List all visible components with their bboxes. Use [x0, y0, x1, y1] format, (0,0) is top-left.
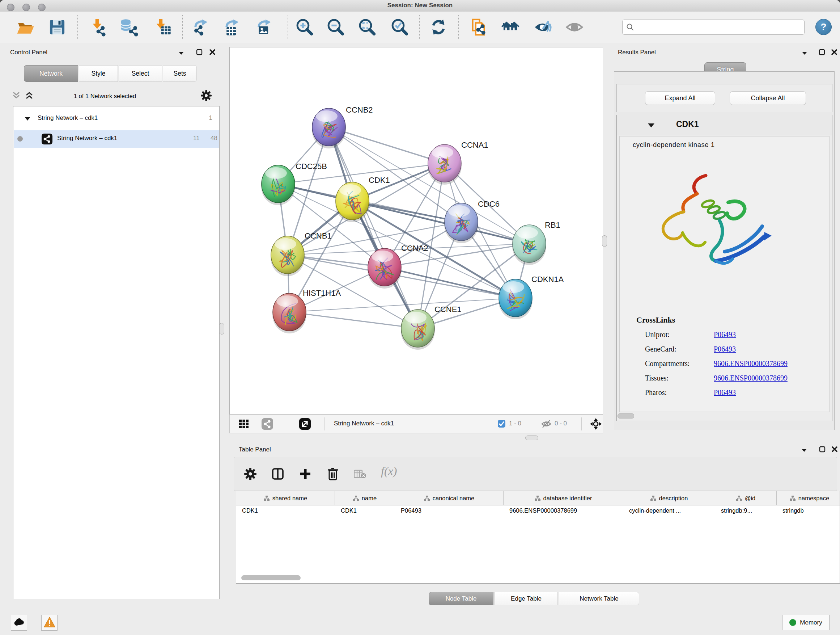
memory-button[interactable]: Memory — [782, 615, 829, 630]
tree-collapse-arrow-icon[interactable] — [24, 116, 31, 122]
column-header-name[interactable]: name — [335, 491, 395, 505]
node-CCNE1[interactable] — [401, 310, 435, 350]
search-input[interactable] — [637, 24, 801, 31]
show-all-button[interactable] — [564, 17, 585, 38]
column-header-namespace[interactable]: namespace — [777, 491, 840, 505]
import-network-from-database-button[interactable] — [118, 17, 140, 38]
zoom-in-button[interactable] — [294, 17, 315, 38]
detach-view-icon[interactable] — [298, 418, 311, 430]
table-cell[interactable]: CDK1 — [341, 507, 357, 514]
tab-sets[interactable]: Sets — [163, 65, 197, 82]
import-network-from-file-button[interactable] — [88, 17, 109, 38]
search-box[interactable] — [622, 19, 805, 35]
tab-network[interactable]: Network — [24, 65, 78, 82]
results-panel-close-icon[interactable] — [829, 49, 839, 57]
cloud-status-button[interactable] — [11, 615, 27, 631]
node-HIST1H1A[interactable] — [272, 293, 306, 333]
table-panel-close-icon[interactable] — [830, 446, 839, 454]
column-header--id[interactable]: @id — [715, 491, 777, 505]
tab-node-table[interactable]: Node Table — [429, 592, 493, 605]
node-table[interactable]: shared namenamecanonical namedatabase id… — [236, 491, 840, 584]
protein-collapse-arrow-icon[interactable] — [647, 122, 655, 128]
horizontal-splitter-handle[interactable] — [525, 435, 538, 440]
control-panel-close-icon[interactable] — [208, 49, 217, 57]
table-cell[interactable]: 9606.ENSP00000378699 — [509, 507, 577, 514]
task-warning-button[interactable] — [41, 615, 57, 631]
tab-select[interactable]: Select — [118, 65, 162, 82]
collapse-all-button[interactable]: Collapse All — [729, 91, 806, 105]
results-hscrollbar-thumb[interactable] — [617, 413, 634, 418]
table-hscrollbar-thumb[interactable] — [241, 575, 301, 580]
collapse-all-tree-icon[interactable] — [11, 91, 21, 99]
network-view-mode-icon[interactable] — [261, 418, 274, 430]
node-RB1[interactable] — [512, 225, 546, 265]
crosslink-value-link[interactable]: P06493 — [714, 388, 736, 397]
selected-checkbox-icon[interactable] — [497, 420, 506, 428]
column-header-description[interactable]: description — [623, 491, 715, 505]
left-splitter-handle[interactable] — [219, 323, 224, 334]
function-builder-icon[interactable]: f(x) — [381, 464, 397, 478]
crosslink-value-link[interactable]: 9606.ENSP00000378699 — [714, 359, 788, 368]
open-session-button[interactable] — [14, 17, 36, 38]
network-tree-selected-row[interactable]: String Network – cdk1 11 48 — [14, 130, 219, 148]
table-cell[interactable]: stringdb:9... — [721, 507, 752, 514]
expand-all-button[interactable]: Expand All — [645, 91, 715, 105]
tab-style[interactable]: Style — [79, 65, 118, 82]
crosslink-value-link[interactable]: P06493 — [714, 331, 736, 339]
crosslink-value-link[interactable]: 9606.ENSP00000378699 — [714, 374, 788, 382]
node-CCNA2[interactable] — [368, 249, 401, 288]
zoom-fit-button[interactable] — [356, 17, 378, 38]
grid-mode-icon[interactable] — [238, 419, 249, 429]
node-CCNB2[interactable] — [312, 108, 346, 149]
crosslink-value-link[interactable]: P06493 — [714, 345, 736, 353]
first-neighbors-button[interactable] — [500, 17, 522, 38]
zoom-selected-button[interactable] — [388, 17, 410, 38]
node-CDK1[interactable] — [335, 182, 369, 222]
create-column-plus-icon[interactable] — [298, 467, 312, 481]
column-header-canonical-name[interactable]: canonical name — [395, 491, 504, 505]
right-splitter-handle[interactable] — [602, 235, 607, 247]
table-panel-float-icon[interactable] — [818, 446, 827, 454]
new-network-from-selection-button[interactable] — [467, 17, 489, 38]
delete-column-trash-icon[interactable] — [326, 467, 340, 481]
tab-network-table[interactable]: Network Table — [559, 592, 639, 605]
show-columns-icon[interactable] — [271, 467, 285, 481]
network-canvas[interactable]: CCNB2CCNA1CDC25BCDK1CDC6RB1CCNB1CCNA2CDK… — [229, 47, 603, 415]
edge-HIST1H1A-CCNE1[interactable] — [289, 312, 418, 328]
table-panel-menu-icon[interactable] — [799, 447, 809, 454]
network-options-gear-icon[interactable] — [201, 90, 212, 101]
table-cell[interactable]: cyclin-dependent ... — [629, 507, 681, 514]
expand-all-tree-icon[interactable] — [25, 91, 34, 99]
results-panel-menu-icon[interactable] — [800, 49, 809, 57]
hide-selected-button[interactable] — [532, 17, 554, 38]
network-tree-root-row[interactable]: String Network – cdk1 1 — [14, 111, 219, 127]
edge-CCNB2-CCNE1[interactable] — [329, 127, 418, 328]
results-panel-float-icon[interactable] — [817, 49, 827, 57]
edge-CCNA2-CDKN1A[interactable] — [385, 267, 515, 298]
node-CCNB1[interactable] — [271, 236, 305, 276]
node-CDKN1A[interactable] — [499, 279, 532, 319]
help-button[interactable]: ? — [815, 19, 832, 35]
delete-table-icon[interactable] — [354, 470, 366, 480]
export-network-button[interactable] — [189, 17, 210, 38]
table-cell[interactable]: P06493 — [401, 507, 422, 514]
column-header-database-identifier[interactable]: database identifier — [504, 491, 623, 505]
column-header-shared-name[interactable]: shared name — [236, 491, 335, 505]
protein-card-header[interactable]: CDK1 — [617, 115, 832, 135]
save-session-button[interactable] — [46, 17, 68, 38]
export-image-button[interactable] — [252, 17, 274, 38]
edge-CDC25B-CDC6[interactable] — [278, 184, 461, 222]
apply-layout-button[interactable] — [428, 17, 449, 38]
node-CDC25B[interactable] — [261, 165, 295, 205]
control-panel-menu-icon[interactable] — [177, 49, 186, 57]
birdseye-navigator-icon[interactable] — [589, 418, 602, 430]
tab-edge-table[interactable]: Edge Table — [494, 592, 558, 605]
edge-CCNB2-CCNA1[interactable] — [329, 127, 445, 163]
export-table-button[interactable] — [220, 17, 242, 38]
table-cell[interactable]: CDK1 — [242, 507, 258, 514]
node-CDC6[interactable] — [444, 203, 478, 243]
node-CCNA1[interactable] — [428, 144, 462, 185]
table-cell[interactable]: stringdb — [783, 507, 804, 514]
zoom-out-button[interactable] — [325, 17, 346, 38]
import-table-button[interactable] — [151, 17, 173, 38]
